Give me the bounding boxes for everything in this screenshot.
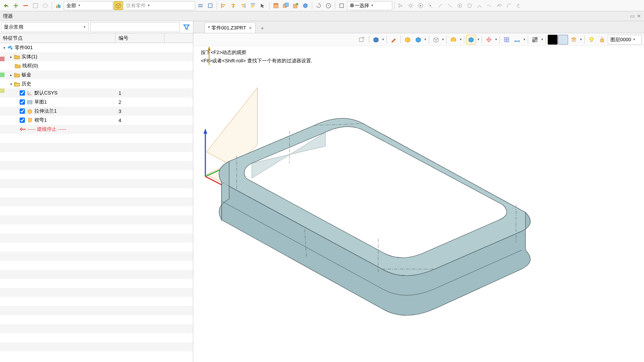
tree-row-history[interactable]: ▾ 历史 [0,79,193,88]
shading-icon[interactable] [371,35,381,45]
refresh-icon[interactable] [314,1,323,10]
line1-icon[interactable] [436,1,445,10]
cube-gold-icon[interactable] [403,35,413,45]
pencil-icon[interactable] [389,35,399,45]
chevron-down-icon[interactable]: ▼ [495,38,498,41]
texture-icon[interactable] [530,35,540,45]
square-icon[interactable] [337,1,346,10]
wire-cube-icon[interactable] [431,35,441,45]
close-icon[interactable]: ✕ [637,13,641,19]
align-center-icon[interactable] [229,1,238,10]
tree-search-input[interactable] [90,22,180,32]
side-tab-1[interactable] [0,57,5,61]
tab-close-icon[interactable]: ✕ [248,25,252,31]
play-icon[interactable] [416,1,425,10]
tool-a-icon[interactable] [196,1,205,10]
circle-icon[interactable] [465,1,474,10]
item-checkbox[interactable] [20,90,25,96]
select-mode-dropdown[interactable]: 单一选择 ▼ [347,1,392,10]
spiral-icon[interactable] [514,1,523,10]
cursor-icon[interactable] [258,1,267,10]
chevron-down-icon[interactable]: ▼ [477,38,480,41]
bulb-icon[interactable] [587,35,596,45]
side-tab-3[interactable] [0,88,5,93]
side-tab-2[interactable] [0,73,5,77]
tab-add-button[interactable]: + [258,24,267,33]
tree-row-wire[interactable]: 线框(0) [0,61,193,70]
svg-point-36 [459,5,461,6]
grid-icon[interactable] [502,35,512,45]
undo-button[interactable] [2,1,11,10]
select-rect-icon[interactable] [31,1,40,10]
chevron-down-icon[interactable]: ▼ [442,38,445,41]
color-black-swatch[interactable] [548,35,558,45]
tree-row-root[interactable]: ▾ 零件001 [0,43,193,52]
document-tab[interactable]: * 零件001.Z3PRT ✕ [205,22,256,33]
stop-label: ----- 建模停止 ----- [28,126,66,133]
chevron-down-icon[interactable]: ▼ [541,38,544,41]
add-button[interactable] [11,1,20,10]
tree-row-item[interactable]: 拉伸法兰1 3 [0,107,193,116]
chart-icon[interactable] [54,1,63,10]
tree-row-item[interactable]: 褶弯1 4 [0,116,193,125]
filter-button[interactable] [181,22,192,32]
3d-viewport[interactable]: 按下<F2>动态的观察 <F8>或者<Shift-roll> 查找下一个有效的过… [193,46,644,362]
window-icon[interactable] [271,1,280,10]
tree-header-col3[interactable] [165,33,193,43]
multi-window-icon[interactable] [281,1,290,10]
chevron-down-icon[interactable]: ▼ [459,38,462,41]
tree-row-solid[interactable]: ▸ 实体(1) [0,52,193,61]
color-light-swatch[interactable] [558,35,568,45]
insert-icon[interactable] [357,35,367,45]
tree-row-stop[interactable]: ----- 建模停止 ----- [0,125,193,134]
clock-icon[interactable] [324,1,333,10]
item-checkbox[interactable] [20,99,25,105]
circle-dot-icon[interactable] [455,1,464,10]
align-right-icon[interactable] [239,1,248,10]
feature-tree-panel: 显示常用 ▼ 特征节点 编号 ▾ 零件001 ▸ 实体(1) [0,21,193,362]
wave-icon[interactable] [485,1,494,10]
minimize-icon[interactable]: ▭ [630,13,635,19]
item-checkbox[interactable] [20,108,25,114]
tree-row-sheet[interactable]: ▸ 钣金 [0,70,193,79]
tab-label: * 零件001.Z3PRT [208,25,246,31]
cube-blue-icon[interactable] [413,35,423,45]
item-checkbox[interactable] [20,118,25,123]
target-icon[interactable] [484,35,494,45]
pointer-icon[interactable] [396,1,405,10]
highlight-cube-icon[interactable] [466,35,476,45]
curve-icon[interactable] [504,1,513,10]
export-icon[interactable] [291,1,300,10]
cube-blue-icon[interactable] [301,1,310,10]
line2-icon[interactable] [445,1,454,10]
lock-icon[interactable] [597,35,607,45]
chevron-down-icon[interactable]: ▼ [424,38,427,41]
display-mode-dropdown[interactable]: 显示常用 ▼ [1,22,89,32]
measure-icon[interactable] [512,35,522,45]
arcs-icon[interactable] [495,1,504,10]
point-icon[interactable] [426,1,435,10]
chevron-down-icon[interactable]: ▼ [579,38,582,41]
gear-icon[interactable] [406,1,415,10]
layer-stack-icon[interactable] [569,35,579,45]
filter1-dropdown[interactable]: 全部 ▼ [64,1,113,10]
tree-row-item[interactable]: 草图1 2 [0,97,193,107]
folder-icon [14,53,20,60]
box-icon[interactable] [114,1,123,10]
layer-dropdown[interactable]: 图层0000 ▼ [608,35,642,45]
face-icon[interactable] [448,35,458,45]
chevron-down-icon[interactable]: ▼ [382,38,385,41]
empty-row [0,306,193,315]
align-left-icon[interactable] [219,1,228,10]
filter2-dropdown[interactable]: 仅有零件 ▼ [123,1,195,10]
tree-row-item[interactable]: 默认CSYS 1 [0,88,193,97]
tool-b-icon[interactable] [206,1,215,10]
tree-header-col2[interactable]: 编号 [116,33,165,43]
remove-button[interactable] [21,1,30,10]
chevron-down-icon[interactable]: ▼ [523,38,526,41]
svg-line-34 [448,4,452,8]
tree-header-col1[interactable]: 特征节点 [0,33,116,43]
select-lasso-icon[interactable] [41,1,50,10]
arc-icon[interactable] [475,1,484,10]
align-top-icon[interactable] [248,1,257,10]
